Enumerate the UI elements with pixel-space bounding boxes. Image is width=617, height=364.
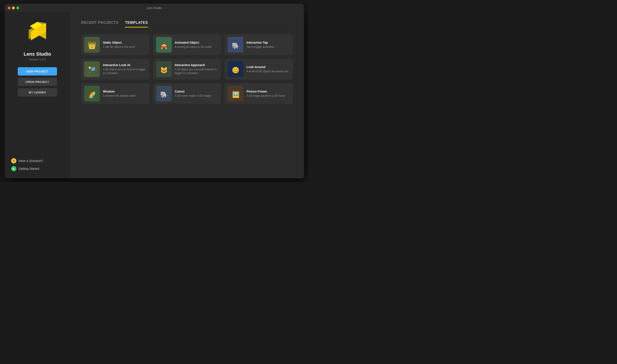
template-desc-interactive-tap: Tap to trigger animation	[247, 45, 290, 49]
svg-text:🌈: 🌈	[88, 91, 96, 98]
app-name: Lens Studio	[24, 51, 51, 57]
template-title-animated-object: Animated Object	[175, 41, 218, 44]
sidebar: Lens Studio Version 1.0.0 NEW PROJECT OP…	[5, 12, 70, 178]
svg-text:🐘: 🐘	[232, 42, 239, 49]
open-project-button[interactable]: OPEN PROJECT	[18, 78, 57, 86]
tab-recent-projects[interactable]: RECENT PROJECTS	[81, 21, 118, 27]
svg-text:🖼️: 🖼️	[232, 91, 239, 98]
template-info-approach: Interactive Approach A 3D object you can…	[175, 63, 218, 75]
play-icon: ▶	[11, 166, 16, 171]
maximize-button[interactable]	[16, 7, 19, 9]
template-thumb-look-at: 🎾	[84, 61, 100, 77]
template-thumb-look-around: 😊	[228, 61, 243, 77]
template-info-static-object: Static Object A still 3D object in the w…	[103, 41, 146, 49]
new-project-button[interactable]: NEW PROJECT	[18, 67, 57, 76]
minimize-button[interactable]	[12, 7, 15, 9]
svg-text:🎪: 🎪	[160, 42, 168, 49]
question-icon: ?	[11, 158, 16, 163]
template-title-look-at: Interactive Look At	[103, 63, 146, 67]
template-card-interactive-tap[interactable]: 🐘 Interactive Tap Tap to trigger animati…	[225, 34, 293, 55]
main-content: RECENT PROJECTS TEMPLATES 👑 Static Objec…	[70, 12, 304, 178]
svg-text:🐱: 🐱	[160, 66, 168, 74]
tabs-bar: RECENT PROJECTS TEMPLATES	[81, 21, 293, 28]
template-info-picture-frame: Picture Frame A 2D image placed in a 3D …	[247, 90, 290, 98]
template-card-cutout[interactable]: 🐘 Cutout A 3D scene made of 2D images	[153, 83, 221, 104]
template-title-static-object: Static Object	[103, 41, 146, 44]
template-info-animated-object: Animated Object A moving 3D object in th…	[175, 41, 218, 49]
template-card-approach[interactable]: 🐱 Interactive Approach A 3D object you c…	[153, 59, 221, 80]
title-bar: Lens Studio	[5, 4, 304, 12]
close-button[interactable]	[8, 7, 11, 9]
template-thumb-window: 🌈	[84, 86, 100, 102]
template-desc-animated-object: A moving 3D object in the world	[175, 45, 218, 49]
template-card-picture-frame[interactable]: 🖼️ Picture Frame A 2D image placed in a …	[225, 83, 293, 104]
template-thumb-approach: 🐱	[156, 61, 172, 77]
template-info-cutout: Cutout A 3D scene made of 2D images	[175, 90, 218, 98]
window-title: Lens Studio	[147, 6, 162, 10]
template-card-window[interactable]: 🌈 Window A window into another world	[81, 83, 150, 104]
template-info-window: Window A window into another world	[103, 90, 146, 98]
app-body: Lens Studio Version 1.0.0 NEW PROJECT OP…	[5, 12, 304, 178]
app-logo	[23, 19, 52, 47]
tab-templates[interactable]: TEMPLATES	[125, 21, 148, 27]
template-info-interactive-tap: Interactive Tap Tap to trigger animation	[247, 41, 290, 49]
template-thumb-animated-object: 🎪	[156, 37, 172, 52]
template-desc-look-around: A world of 3D objects all around you	[247, 70, 290, 73]
template-thumb-cutout: 🐘	[156, 86, 172, 102]
svg-text:👑: 👑	[88, 41, 96, 50]
template-desc-look-at: A 3D object you can look at to trigger a…	[103, 68, 146, 75]
template-desc-approach: A 3D object you can walk towards to trig…	[175, 68, 218, 75]
template-info-look-at: Interactive Look At A 3D object you can …	[103, 63, 146, 75]
svg-text:🎾: 🎾	[88, 66, 96, 74]
svg-text:🐘: 🐘	[160, 91, 168, 98]
template-title-interactive-tap: Interactive Tap	[247, 41, 290, 44]
template-card-look-at[interactable]: 🎾 Interactive Look At A 3D object you ca…	[81, 59, 150, 80]
svg-text:😊: 😊	[232, 66, 239, 74]
templates-grid: 👑 Static Object A still 3D object in the…	[81, 34, 293, 104]
template-card-animated-object[interactable]: 🎪 Animated Object A moving 3D object in …	[153, 34, 221, 55]
template-title-approach: Interactive Approach	[175, 63, 218, 67]
getting-started-item[interactable]: ▶ Getting Started	[11, 166, 64, 171]
template-thumb-picture-frame: 🖼️	[228, 86, 243, 102]
app-version: Version 1.0.0	[29, 58, 46, 61]
template-desc-picture-frame: A 2D image placed in a 3D frame	[247, 94, 290, 98]
template-title-cutout: Cutout	[175, 90, 218, 93]
template-title-picture-frame: Picture Frame	[247, 90, 290, 93]
question-label: Have a Question?	[19, 159, 43, 163]
template-desc-cutout: A 3D scene made of 2D images	[175, 94, 218, 98]
my-lenses-button[interactable]: MY LENSES	[18, 88, 57, 96]
template-card-look-around[interactable]: 😊 Look Around A world of 3D objects all …	[225, 59, 293, 80]
app-window: Lens Studio	[5, 4, 304, 178]
template-thumb-interactive-tap: 🐘	[228, 37, 243, 52]
logo-container	[23, 19, 52, 48]
traffic-lights	[8, 7, 19, 9]
template-card-static-object[interactable]: 👑 Static Object A still 3D object in the…	[81, 34, 150, 55]
template-thumb-static-object: 👑	[84, 37, 100, 52]
template-desc-window: A window into another world	[103, 94, 146, 98]
template-desc-static-object: A still 3D object in the world	[103, 45, 146, 49]
template-info-look-around: Look Around A world of 3D objects all ar…	[247, 65, 290, 73]
template-title-window: Window	[103, 90, 146, 93]
sidebar-footer: ? Have a Question? ▶ Getting Started	[9, 158, 66, 174]
have-a-question-item[interactable]: ? Have a Question?	[11, 158, 64, 163]
getting-started-label: Getting Started	[19, 167, 39, 170]
template-title-look-around: Look Around	[247, 65, 290, 69]
